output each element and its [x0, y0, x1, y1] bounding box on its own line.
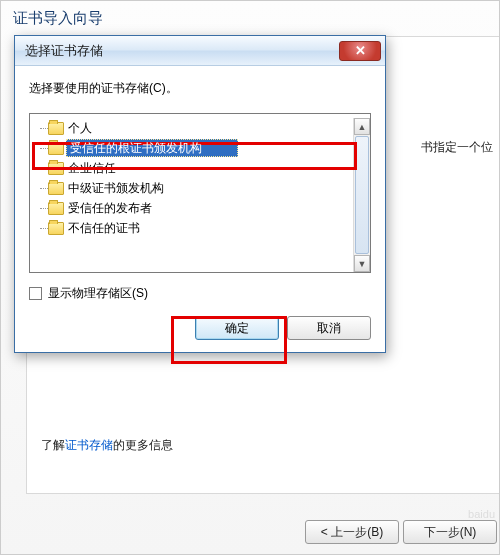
close-button[interactable]: ✕ [339, 41, 381, 61]
wizard-footer: < 上一步(B) 下一步(N) [305, 520, 497, 544]
tree-label: 受信任的根证书颁发机构 [68, 140, 204, 157]
ok-button[interactable]: 确定 [195, 316, 279, 340]
tree-item-trusted-root[interactable]: 受信任的根证书颁发机构 [34, 138, 353, 158]
next-button[interactable]: 下一步(N) [403, 520, 497, 544]
tree-content: 个人 受信任的根证书颁发机构 企业信任 中级证书颁发机构 受信任的 [34, 118, 353, 272]
dialog-title: 选择证书存储 [25, 42, 103, 60]
close-icon: ✕ [355, 43, 366, 58]
learn-more-line: 了解证书存储的更多信息 [41, 437, 173, 454]
tree-label: 个人 [68, 120, 92, 137]
tree-label: 中级证书颁发机构 [68, 180, 164, 197]
show-physical-checkbox[interactable] [29, 287, 42, 300]
folder-icon [48, 222, 64, 235]
tree-item-personal[interactable]: 个人 [34, 118, 353, 138]
dialog-body: 选择要使用的证书存储(C)。 个人 受信任的根证书颁发机构 企业信任 [15, 66, 385, 352]
cert-store-tree[interactable]: 个人 受信任的根证书颁发机构 企业信任 中级证书颁发机构 受信任的 [29, 113, 371, 273]
tree-label: 受信任的发布者 [68, 200, 152, 217]
wizard-title: 证书导入向导 [1, 1, 499, 36]
learn-suffix: 的更多信息 [113, 438, 173, 452]
dialog-buttons: 确定 取消 [29, 316, 371, 340]
select-store-dialog: 选择证书存储 ✕ 选择要使用的证书存储(C)。 个人 受信任的根证书颁发机构 企… [14, 35, 386, 353]
clipped-text: 书指定一个位 [421, 139, 493, 156]
tree-label: 企业信任 [68, 160, 116, 177]
folder-icon [48, 142, 64, 155]
cancel-button[interactable]: 取消 [287, 316, 371, 340]
learn-more-link[interactable]: 证书存储 [65, 438, 113, 452]
tree-item-intermediate[interactable]: 中级证书颁发机构 [34, 178, 353, 198]
show-physical-label: 显示物理存储区(S) [48, 285, 148, 302]
tree-item-untrusted[interactable]: 不信任的证书 [34, 218, 353, 238]
tree-item-enterprise[interactable]: 企业信任 [34, 158, 353, 178]
show-physical-row[interactable]: 显示物理存储区(S) [29, 285, 371, 302]
scroll-down-button[interactable]: ▼ [354, 255, 370, 272]
folder-icon [48, 182, 64, 195]
back-button[interactable]: < 上一步(B) [305, 520, 399, 544]
tree-label: 不信任的证书 [68, 220, 140, 237]
scroll-up-button[interactable]: ▲ [354, 118, 370, 135]
folder-icon [48, 122, 64, 135]
watermark: baidu [468, 508, 495, 520]
dialog-titlebar[interactable]: 选择证书存储 ✕ [15, 36, 385, 66]
folder-icon [48, 162, 64, 175]
tree-item-trusted-publishers[interactable]: 受信任的发布者 [34, 198, 353, 218]
learn-prefix: 了解 [41, 438, 65, 452]
tree-scrollbar[interactable]: ▲ ▼ [353, 118, 370, 272]
scroll-thumb[interactable] [355, 136, 369, 254]
folder-icon [48, 202, 64, 215]
dialog-instruction: 选择要使用的证书存储(C)。 [29, 80, 371, 97]
